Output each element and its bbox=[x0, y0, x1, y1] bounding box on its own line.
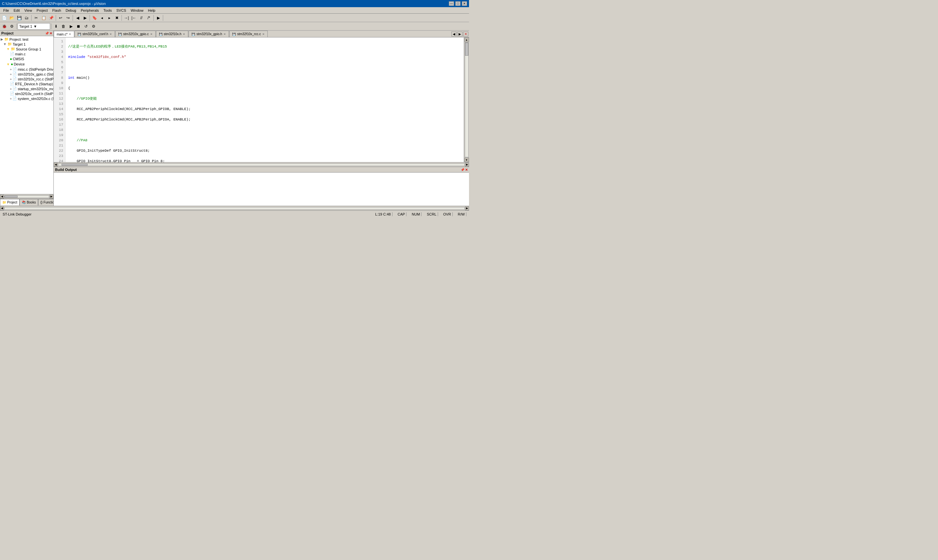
tree-startup[interactable]: + 📄 startup_stm32f10x_md.s (Startup) bbox=[0, 86, 54, 91]
uncomment-button[interactable]: /* bbox=[145, 14, 152, 22]
editor-h-scrollbar[interactable]: ◀ ▶ bbox=[54, 162, 469, 167]
save-all-button[interactable]: 🗂 bbox=[23, 14, 30, 22]
tree-rte-device[interactable]: 📄 RTE_Device.h (Startup) bbox=[0, 82, 54, 86]
v-scrollbar[interactable]: ▲ ▼ bbox=[464, 37, 469, 162]
menu-peripherals[interactable]: Peripherals bbox=[79, 8, 101, 13]
v-scroll-track[interactable] bbox=[465, 42, 469, 157]
tree-cmsis[interactable]: ● CMSIS bbox=[0, 56, 54, 62]
h-scroll-right[interactable]: ▶ bbox=[465, 163, 469, 167]
tab-main-c[interactable]: main.c* ✕ bbox=[54, 31, 74, 37]
scroll-right-btn[interactable]: ▶ bbox=[49, 195, 54, 198]
tree-device[interactable]: ▼ ● Device bbox=[0, 62, 54, 67]
menu-window[interactable]: Window bbox=[129, 8, 145, 13]
tab-functions[interactable]: {} Functions bbox=[38, 199, 54, 205]
menu-file[interactable]: File bbox=[1, 8, 11, 13]
main-scroll-right[interactable]: ▶ bbox=[465, 206, 469, 210]
panel-close-button[interactable]: ✕ bbox=[49, 32, 52, 35]
tab-rcc-c-close[interactable]: ✕ bbox=[262, 32, 265, 36]
tree-gpio-c[interactable]: + 📄 stm32f10x_gpio.c (StdPeriph Drivers:… bbox=[0, 72, 54, 77]
tree-misc-c[interactable]: + 📄 misc.c (StdPeriph Drivers:Framework) bbox=[0, 67, 54, 72]
panel-pin-button[interactable]: 📌 bbox=[45, 32, 49, 35]
tab-gpio-h[interactable]: 💾 stm32f10x_gpio.h ✕ bbox=[189, 31, 229, 37]
copy-button[interactable]: 📋 bbox=[40, 14, 47, 22]
v-scroll-thumb[interactable] bbox=[465, 43, 468, 56]
erase-button[interactable]: 🗑 bbox=[60, 23, 67, 30]
menu-svcs[interactable]: SVCS bbox=[114, 8, 128, 13]
tab-stm32-h[interactable]: 💾 stm32f10x.h ✕ bbox=[156, 31, 188, 37]
tab-main-c-close[interactable]: ✕ bbox=[69, 32, 71, 36]
debug-button[interactable]: 🐞 bbox=[1, 23, 8, 30]
tab-gpio-h-close[interactable]: ✕ bbox=[223, 32, 226, 36]
h-scroll-thumb-editor[interactable] bbox=[62, 164, 88, 166]
minimize-button[interactable]: — bbox=[449, 1, 454, 6]
tab-gpio-c[interactable]: 💾 stm32f10x_gpio.c ✕ bbox=[115, 31, 156, 37]
prev-bookmark-button[interactable]: ◂ bbox=[99, 14, 106, 22]
tree-target1[interactable]: ▼ 📁 Target 1 bbox=[0, 42, 54, 46]
stop-button[interactable]: ⏹ bbox=[75, 23, 82, 30]
target-selector[interactable]: Target 1 ▼ bbox=[18, 23, 50, 30]
h-scroll-left[interactable]: ◀ bbox=[54, 163, 58, 167]
build-run-button[interactable]: ▶ bbox=[155, 14, 162, 22]
build-output-controls: 📌 ✕ bbox=[461, 168, 468, 172]
menu-edit[interactable]: Edit bbox=[12, 8, 22, 13]
build-output-close[interactable]: ✕ bbox=[465, 168, 468, 172]
menu-help[interactable]: Help bbox=[146, 8, 157, 13]
tab-rcc-c[interactable]: 💾 stm32f10x_rcc.c ✕ bbox=[229, 31, 268, 37]
new-file-button[interactable]: 📄 bbox=[1, 14, 8, 22]
menu-tools[interactable]: Tools bbox=[102, 8, 114, 13]
paste-button[interactable]: 📌 bbox=[48, 14, 55, 22]
comment-button[interactable]: // bbox=[138, 14, 145, 22]
h-scroll-track[interactable] bbox=[4, 195, 49, 198]
cut-button[interactable]: ✂ bbox=[32, 14, 40, 22]
h-scroll-thumb[interactable] bbox=[5, 196, 18, 198]
tab-project[interactable]: 📁 Project bbox=[0, 199, 20, 205]
tab-books[interactable]: 📚 Books bbox=[20, 199, 38, 205]
clear-bookmark-button[interactable]: ✖ bbox=[113, 14, 120, 22]
maximize-button[interactable]: □ bbox=[455, 1, 461, 6]
target-options-button[interactable]: ⚙ bbox=[8, 23, 15, 30]
menu-flash[interactable]: Flash bbox=[51, 8, 63, 13]
tree-main-c[interactable]: 📄 main.c bbox=[0, 51, 54, 56]
scroll-left-btn[interactable]: ◀ bbox=[0, 195, 4, 198]
undo-button[interactable]: ↩ bbox=[57, 14, 64, 22]
main-scroll-left[interactable]: ◀ bbox=[0, 206, 4, 210]
navigate-fwd-button[interactable]: ▶ bbox=[82, 14, 89, 22]
next-bookmark-button[interactable]: ▸ bbox=[106, 14, 113, 22]
tree-system-c[interactable]: + 📄 system_stm32f10x.c (Startup) bbox=[0, 96, 54, 101]
run-button[interactable]: ▶ bbox=[68, 23, 75, 30]
build-output-pin[interactable]: 📌 bbox=[461, 168, 464, 172]
scroll-tabs-left[interactable]: ◀ bbox=[451, 32, 457, 37]
tree-source-group1[interactable]: ▼ 📁 Source Group 1 bbox=[0, 46, 54, 51]
file-icon-rte: 📄 bbox=[10, 82, 14, 86]
tree-conf-h[interactable]: 📄 stm32f10x_conf.h (StdPeriph Drivers:Fr… bbox=[0, 91, 54, 96]
main-h-scrollbar[interactable]: ◀ ▶ bbox=[0, 206, 469, 210]
tab-stm32-h-close[interactable]: ✕ bbox=[183, 32, 185, 36]
peripheral-reset-button[interactable]: ↺ bbox=[82, 23, 89, 30]
download-button[interactable]: ⬇ bbox=[52, 23, 60, 30]
tab-gpio-c-close[interactable]: ✕ bbox=[150, 32, 153, 36]
menu-debug[interactable]: Debug bbox=[64, 8, 78, 13]
scroll-down-btn[interactable]: ▼ bbox=[464, 158, 469, 162]
scroll-tabs-right[interactable]: ▶ bbox=[457, 32, 462, 37]
save-button[interactable]: 💾 bbox=[15, 14, 23, 22]
scroll-up-btn[interactable]: ▲ bbox=[464, 37, 469, 42]
menu-view[interactable]: View bbox=[23, 8, 34, 13]
redo-button[interactable]: ↪ bbox=[65, 14, 72, 22]
close-editor[interactable]: ✕ bbox=[463, 32, 468, 37]
tree-h-scrollbar[interactable]: ◀ ▶ bbox=[0, 194, 54, 198]
outdent-button[interactable]: |← bbox=[130, 14, 137, 22]
settings-button[interactable]: ⚙ bbox=[90, 23, 97, 30]
open-file-button[interactable]: 📂 bbox=[8, 14, 15, 22]
code-content[interactable]: //这是一个点亮LED的程序，LED接在PA8,PB13,PB14,PB15 #… bbox=[65, 37, 464, 162]
tree-rcc-c[interactable]: + 📄 stm32f10x_rcc.c (StdPeriph Drivers:R… bbox=[0, 77, 54, 82]
main-h-track[interactable] bbox=[4, 207, 465, 210]
h-scroll-track-editor[interactable] bbox=[58, 163, 465, 166]
tree-project-root[interactable]: ▶ 📁 Project: test bbox=[0, 37, 54, 42]
menu-project[interactable]: Project bbox=[34, 8, 49, 13]
navigate-back-button[interactable]: ◀ bbox=[74, 14, 81, 22]
indent-button[interactable]: →| bbox=[123, 14, 130, 22]
tab-conf-h-close[interactable]: ✕ bbox=[109, 32, 112, 36]
bookmark-button[interactable]: 🔖 bbox=[91, 14, 98, 22]
tab-conf-h[interactable]: 💾 stm32f10x_conf.h ✕ bbox=[75, 31, 115, 37]
close-button[interactable]: ✕ bbox=[462, 1, 467, 6]
